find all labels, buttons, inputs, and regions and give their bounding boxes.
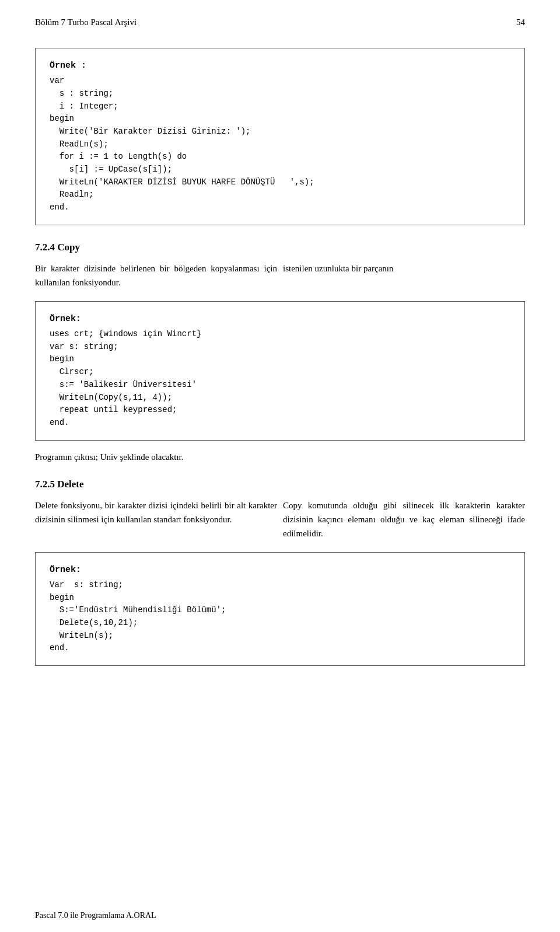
code-line: Clrscr; bbox=[50, 366, 510, 379]
code-line: for i := 1 to Length(s) do bbox=[50, 151, 510, 163]
header-left: Bölüm 7 Turbo Pascal Arşivi bbox=[35, 18, 136, 27]
page: Bölüm 7 Turbo Pascal Arşivi 54 Örnek : v… bbox=[0, 0, 560, 932]
code-lines-3: Var s: string;begin S:='Endüstri Mühendi… bbox=[50, 579, 510, 655]
code-line: end. bbox=[50, 417, 510, 430]
section-delete-heading: 7.2.5 Delete bbox=[35, 479, 525, 490]
code-line: Var s: string; bbox=[50, 579, 510, 592]
code-line: begin bbox=[50, 592, 510, 605]
code-line: i : Integer; bbox=[50, 100, 510, 113]
code-line: ReadLn(s); bbox=[50, 138, 510, 151]
code-line: Readln; bbox=[50, 189, 510, 201]
code-lines-2: uses crt; {windows için Wincrt}var s: st… bbox=[50, 328, 510, 430]
code-line: end. bbox=[50, 642, 510, 655]
page-footer: Pascal 7.0 ile Programlama A.ORAL bbox=[35, 911, 156, 920]
copy-para-left: Bir karakter dizisinde belirlenen bir bö… bbox=[35, 261, 277, 289]
program-output: Programın çıktısı; Univ şeklinde olacakt… bbox=[35, 452, 525, 462]
code-line: uses crt; {windows için Wincrt} bbox=[50, 328, 510, 341]
code-line: s : string; bbox=[50, 88, 510, 100]
header-right: 54 bbox=[516, 18, 525, 27]
example-label-3: Örnek: bbox=[50, 563, 510, 577]
code-line: s[i] := UpCase(s[i]); bbox=[50, 163, 510, 176]
delete-paragraph-1: Delete fonksiyonu, bir karakter dizisi i… bbox=[35, 498, 525, 540]
delete-para1: Delete fonksiyonu, bir karakter dizisi i… bbox=[35, 498, 277, 540]
code-line: WriteLn('KARAKTER DİZİSİ BUYUK HARFE DÖN… bbox=[50, 176, 510, 189]
code-lines-1: var s : string; i : Integer;begin Write(… bbox=[50, 75, 510, 214]
code-box-2: Örnek: uses crt; {windows için Wincrt}va… bbox=[35, 301, 525, 441]
code-line: Write('Bir Karakter Dizisi Giriniz: '); bbox=[50, 125, 510, 138]
example-label-2: Örnek: bbox=[50, 312, 510, 326]
delete-para2: Copy komutunda olduğu gibi silinecek ilk… bbox=[283, 498, 525, 540]
code-line: var s: string; bbox=[50, 341, 510, 354]
code-line: WriteLn(Copy(s,11, 4)); bbox=[50, 392, 510, 404]
code-line: Delete(s,10,21); bbox=[50, 617, 510, 630]
example-label-1: Örnek : bbox=[50, 59, 510, 72]
copy-para-right: istenilen uzunlukta bir parçanın bbox=[283, 261, 525, 289]
code-box-1: Örnek : var s : string; i : Integer;begi… bbox=[35, 48, 525, 225]
code-line: end. bbox=[50, 201, 510, 214]
code-line: var bbox=[50, 75, 510, 88]
code-line: begin bbox=[50, 353, 510, 366]
code-line: WriteLn(s); bbox=[50, 630, 510, 643]
code-line: s:= 'Balikesir Üniversitesi' bbox=[50, 379, 510, 392]
code-box-3: Örnek: Var s: string;begin S:='Endüstri … bbox=[35, 552, 525, 666]
code-line: repeat until keypressed; bbox=[50, 404, 510, 417]
code-line: S:='Endüstri Mühendisliği Bölümü'; bbox=[50, 604, 510, 617]
code-line: begin bbox=[50, 113, 510, 125]
copy-paragraph: Bir karakter dizisinde belirlenen bir bö… bbox=[35, 261, 525, 289]
page-header: Bölüm 7 Turbo Pascal Arşivi 54 bbox=[35, 18, 525, 30]
section-copy-heading: 7.2.4 Copy bbox=[35, 242, 525, 253]
